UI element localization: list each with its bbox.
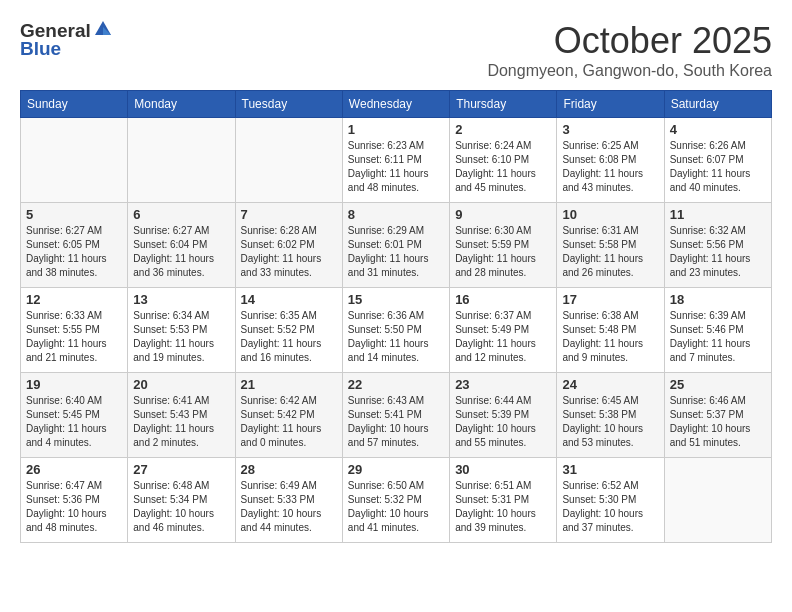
- day-number: 31: [562, 462, 658, 477]
- calendar-cell: 4Sunrise: 6:26 AM Sunset: 6:07 PM Daylig…: [664, 118, 771, 203]
- logo-blue-text: Blue: [20, 38, 61, 60]
- day-number: 3: [562, 122, 658, 137]
- calendar-cell: 5Sunrise: 6:27 AM Sunset: 6:05 PM Daylig…: [21, 203, 128, 288]
- day-info: Sunrise: 6:49 AM Sunset: 5:33 PM Dayligh…: [241, 479, 337, 535]
- day-info: Sunrise: 6:40 AM Sunset: 5:45 PM Dayligh…: [26, 394, 122, 450]
- calendar-cell: 2Sunrise: 6:24 AM Sunset: 6:10 PM Daylig…: [450, 118, 557, 203]
- calendar-cell: 27Sunrise: 6:48 AM Sunset: 5:34 PM Dayli…: [128, 458, 235, 543]
- day-info: Sunrise: 6:31 AM Sunset: 5:58 PM Dayligh…: [562, 224, 658, 280]
- calendar-cell: 21Sunrise: 6:42 AM Sunset: 5:42 PM Dayli…: [235, 373, 342, 458]
- calendar-cell: 20Sunrise: 6:41 AM Sunset: 5:43 PM Dayli…: [128, 373, 235, 458]
- day-info: Sunrise: 6:23 AM Sunset: 6:11 PM Dayligh…: [348, 139, 444, 195]
- day-number: 28: [241, 462, 337, 477]
- weekday-header-monday: Monday: [128, 91, 235, 118]
- calendar-header-row: SundayMondayTuesdayWednesdayThursdayFrid…: [21, 91, 772, 118]
- calendar-cell: 19Sunrise: 6:40 AM Sunset: 5:45 PM Dayli…: [21, 373, 128, 458]
- calendar-week-row: 26Sunrise: 6:47 AM Sunset: 5:36 PM Dayli…: [21, 458, 772, 543]
- day-info: Sunrise: 6:26 AM Sunset: 6:07 PM Dayligh…: [670, 139, 766, 195]
- calendar-cell: 12Sunrise: 6:33 AM Sunset: 5:55 PM Dayli…: [21, 288, 128, 373]
- day-info: Sunrise: 6:48 AM Sunset: 5:34 PM Dayligh…: [133, 479, 229, 535]
- day-number: 26: [26, 462, 122, 477]
- day-number: 16: [455, 292, 551, 307]
- day-info: Sunrise: 6:47 AM Sunset: 5:36 PM Dayligh…: [26, 479, 122, 535]
- calendar-cell: 14Sunrise: 6:35 AM Sunset: 5:52 PM Dayli…: [235, 288, 342, 373]
- day-number: 9: [455, 207, 551, 222]
- calendar-cell: [235, 118, 342, 203]
- calendar-cell: 6Sunrise: 6:27 AM Sunset: 6:04 PM Daylig…: [128, 203, 235, 288]
- day-number: 30: [455, 462, 551, 477]
- logo-icon: [93, 19, 113, 39]
- day-number: 4: [670, 122, 766, 137]
- calendar-cell: [21, 118, 128, 203]
- day-info: Sunrise: 6:39 AM Sunset: 5:46 PM Dayligh…: [670, 309, 766, 365]
- calendar-cell: 26Sunrise: 6:47 AM Sunset: 5:36 PM Dayli…: [21, 458, 128, 543]
- calendar-cell: 28Sunrise: 6:49 AM Sunset: 5:33 PM Dayli…: [235, 458, 342, 543]
- weekday-header-thursday: Thursday: [450, 91, 557, 118]
- calendar-cell: 29Sunrise: 6:50 AM Sunset: 5:32 PM Dayli…: [342, 458, 449, 543]
- day-info: Sunrise: 6:50 AM Sunset: 5:32 PM Dayligh…: [348, 479, 444, 535]
- day-number: 19: [26, 377, 122, 392]
- calendar-cell: 31Sunrise: 6:52 AM Sunset: 5:30 PM Dayli…: [557, 458, 664, 543]
- day-number: 29: [348, 462, 444, 477]
- day-info: Sunrise: 6:24 AM Sunset: 6:10 PM Dayligh…: [455, 139, 551, 195]
- day-number: 8: [348, 207, 444, 222]
- weekday-header-friday: Friday: [557, 91, 664, 118]
- calendar-cell: 18Sunrise: 6:39 AM Sunset: 5:46 PM Dayli…: [664, 288, 771, 373]
- calendar-cell: 7Sunrise: 6:28 AM Sunset: 6:02 PM Daylig…: [235, 203, 342, 288]
- day-number: 17: [562, 292, 658, 307]
- calendar-table: SundayMondayTuesdayWednesdayThursdayFrid…: [20, 90, 772, 543]
- weekday-header-wednesday: Wednesday: [342, 91, 449, 118]
- day-number: 20: [133, 377, 229, 392]
- calendar-cell: 3Sunrise: 6:25 AM Sunset: 6:08 PM Daylig…: [557, 118, 664, 203]
- day-number: 2: [455, 122, 551, 137]
- day-number: 21: [241, 377, 337, 392]
- day-info: Sunrise: 6:41 AM Sunset: 5:43 PM Dayligh…: [133, 394, 229, 450]
- day-info: Sunrise: 6:36 AM Sunset: 5:50 PM Dayligh…: [348, 309, 444, 365]
- day-info: Sunrise: 6:32 AM Sunset: 5:56 PM Dayligh…: [670, 224, 766, 280]
- day-info: Sunrise: 6:27 AM Sunset: 6:05 PM Dayligh…: [26, 224, 122, 280]
- day-info: Sunrise: 6:51 AM Sunset: 5:31 PM Dayligh…: [455, 479, 551, 535]
- calendar-cell: 13Sunrise: 6:34 AM Sunset: 5:53 PM Dayli…: [128, 288, 235, 373]
- day-number: 6: [133, 207, 229, 222]
- day-info: Sunrise: 6:42 AM Sunset: 5:42 PM Dayligh…: [241, 394, 337, 450]
- day-number: 18: [670, 292, 766, 307]
- month-title: October 2025: [487, 20, 772, 62]
- calendar-cell: 9Sunrise: 6:30 AM Sunset: 5:59 PM Daylig…: [450, 203, 557, 288]
- day-number: 14: [241, 292, 337, 307]
- calendar-cell: 10Sunrise: 6:31 AM Sunset: 5:58 PM Dayli…: [557, 203, 664, 288]
- day-info: Sunrise: 6:46 AM Sunset: 5:37 PM Dayligh…: [670, 394, 766, 450]
- day-number: 27: [133, 462, 229, 477]
- day-info: Sunrise: 6:28 AM Sunset: 6:02 PM Dayligh…: [241, 224, 337, 280]
- day-info: Sunrise: 6:38 AM Sunset: 5:48 PM Dayligh…: [562, 309, 658, 365]
- day-info: Sunrise: 6:30 AM Sunset: 5:59 PM Dayligh…: [455, 224, 551, 280]
- day-info: Sunrise: 6:35 AM Sunset: 5:52 PM Dayligh…: [241, 309, 337, 365]
- weekday-header-sunday: Sunday: [21, 91, 128, 118]
- day-number: 5: [26, 207, 122, 222]
- day-info: Sunrise: 6:27 AM Sunset: 6:04 PM Dayligh…: [133, 224, 229, 280]
- day-number: 24: [562, 377, 658, 392]
- calendar-cell: 16Sunrise: 6:37 AM Sunset: 5:49 PM Dayli…: [450, 288, 557, 373]
- day-info: Sunrise: 6:45 AM Sunset: 5:38 PM Dayligh…: [562, 394, 658, 450]
- day-info: Sunrise: 6:44 AM Sunset: 5:39 PM Dayligh…: [455, 394, 551, 450]
- weekday-header-tuesday: Tuesday: [235, 91, 342, 118]
- calendar-cell: 25Sunrise: 6:46 AM Sunset: 5:37 PM Dayli…: [664, 373, 771, 458]
- day-info: Sunrise: 6:43 AM Sunset: 5:41 PM Dayligh…: [348, 394, 444, 450]
- day-number: 10: [562, 207, 658, 222]
- title-area: October 2025 Dongmyeon, Gangwon-do, Sout…: [487, 20, 772, 80]
- calendar-cell: [128, 118, 235, 203]
- day-number: 25: [670, 377, 766, 392]
- calendar-week-row: 12Sunrise: 6:33 AM Sunset: 5:55 PM Dayli…: [21, 288, 772, 373]
- weekday-header-saturday: Saturday: [664, 91, 771, 118]
- day-info: Sunrise: 6:37 AM Sunset: 5:49 PM Dayligh…: [455, 309, 551, 365]
- calendar-cell: [664, 458, 771, 543]
- calendar-cell: 8Sunrise: 6:29 AM Sunset: 6:01 PM Daylig…: [342, 203, 449, 288]
- calendar-week-row: 1Sunrise: 6:23 AM Sunset: 6:11 PM Daylig…: [21, 118, 772, 203]
- calendar-week-row: 19Sunrise: 6:40 AM Sunset: 5:45 PM Dayli…: [21, 373, 772, 458]
- day-number: 11: [670, 207, 766, 222]
- calendar-cell: 17Sunrise: 6:38 AM Sunset: 5:48 PM Dayli…: [557, 288, 664, 373]
- calendar-week-row: 5Sunrise: 6:27 AM Sunset: 6:05 PM Daylig…: [21, 203, 772, 288]
- logo: General Blue: [20, 20, 113, 60]
- page-header: General Blue October 2025 Dongmyeon, Gan…: [20, 20, 772, 80]
- day-number: 22: [348, 377, 444, 392]
- calendar-cell: 22Sunrise: 6:43 AM Sunset: 5:41 PM Dayli…: [342, 373, 449, 458]
